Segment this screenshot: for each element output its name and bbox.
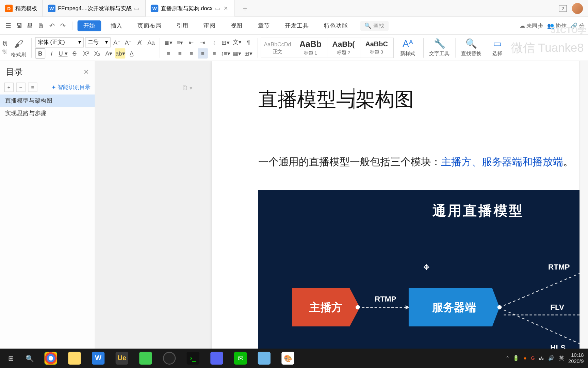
toc-list-icon[interactable]: ≡ — [28, 83, 37, 92]
style-h1[interactable]: AaBb标题 1 — [294, 38, 327, 57]
tab-docer[interactable]: D 稻壳模板 — [0, 0, 43, 17]
style-gallery[interactable]: AaBbCcDd正文 AaBb标题 1 AaBb(标题 2 AaBbC标题 3 — [261, 37, 394, 58]
align-right-button[interactable]: ≡ — [186, 48, 196, 58]
system-tray[interactable]: ^ 🔋 ● G 🖧 🔊 英 10:182020/9 — [506, 352, 586, 364]
style-body[interactable]: AaBbCcDd正文 — [261, 38, 294, 57]
tabs-button[interactable]: ⊞▾ — [220, 37, 231, 47]
numbering-button[interactable]: ≡▾ — [175, 37, 185, 47]
taskbar-paint[interactable]: 🎨 — [277, 350, 299, 367]
font-select[interactable]: 宋体 (正文)▾ — [35, 37, 84, 47]
tray-volume-icon[interactable]: 🔊 — [548, 355, 555, 361]
tray-clock[interactable]: 10:182020/9 — [568, 352, 584, 364]
taskbar-ultraedit[interactable]: Ue — [111, 350, 133, 367]
tab-dev[interactable]: 开发工具 — [279, 20, 315, 31]
outdent-button[interactable]: ⇤ — [186, 37, 196, 47]
taskbar-search-icon[interactable]: 🔍 — [21, 354, 38, 362]
close-icon[interactable]: ✕ — [224, 5, 229, 12]
tab-active-doc[interactable]: W 直播原理与架构.docx ▭ ✕ — [146, 0, 235, 17]
diagram-image[interactable]: 通用直播模型 ✥ 主播方 RTMP 服务器端 RTMP FLV HLS 播放端 — [258, 190, 588, 368]
close-icon[interactable]: ✕ — [83, 68, 89, 76]
borders-button[interactable]: ⊞▾ — [243, 48, 254, 58]
tab-layout[interactable]: 页面布局 — [132, 20, 167, 31]
taskbar-wechat[interactable]: ✉ — [229, 350, 251, 367]
taskbar-wps[interactable]: W — [87, 350, 109, 367]
superscript-button[interactable]: X² — [81, 48, 91, 58]
menu-icon[interactable]: ☰ — [3, 21, 13, 30]
text-dir-button[interactable]: 文▾ — [232, 37, 242, 47]
sort-button[interactable]: ↕ — [209, 37, 219, 47]
taskbar-terminal[interactable]: ›_ — [182, 350, 204, 367]
underline-button[interactable]: U ▾ — [58, 48, 68, 58]
taskbar-qt[interactable] — [135, 350, 157, 367]
avatar[interactable] — [572, 3, 583, 14]
highlight-button[interactable]: ab▾ — [115, 48, 125, 58]
search-input[interactable]: 🔍 查找 — [360, 20, 389, 31]
change-case-icon[interactable]: Aa — [146, 37, 156, 47]
line-spacing-button[interactable]: ↕≡▾ — [220, 48, 231, 58]
tab-chapter[interactable]: 章节 — [252, 20, 276, 31]
align-justify-button[interactable]: ≡ — [198, 48, 208, 58]
align-center-button[interactable]: ≡ — [175, 48, 185, 58]
tray-network-icon[interactable]: 🖧 — [539, 355, 544, 361]
bullets-button[interactable]: ≣▾ — [163, 37, 174, 47]
document-canvas[interactable]: 🖹 ▾ 直播模型与架构图 一个通用的直播模型一般包括三个模块：主播方、服务器端和… — [95, 61, 588, 368]
tray-ime[interactable]: 英 — [559, 355, 564, 362]
shading-button[interactable]: ▦▾ — [232, 48, 242, 58]
tab-start[interactable]: 开始 — [78, 20, 101, 31]
format-painter[interactable]: 🖌 格式刷 — [9, 35, 28, 61]
new-style-button[interactable]: Aᴬ新样式 — [395, 37, 420, 58]
toc-item[interactable]: 实现思路与步骤 — [0, 107, 95, 120]
right-rail[interactable] — [579, 61, 588, 368]
doc-heading-1[interactable]: 直播模型与架构图 — [258, 87, 588, 113]
italic-button[interactable]: I — [47, 48, 57, 58]
taskbar-app[interactable] — [206, 350, 228, 367]
taskbar-notes[interactable] — [253, 350, 275, 367]
subscript-button[interactable]: X₂ — [92, 48, 102, 58]
clear-format-icon[interactable]: A̸ — [135, 37, 145, 47]
tab-insert[interactable]: 插入 — [104, 20, 128, 31]
tray-battery-icon[interactable]: 🔋 — [513, 355, 519, 361]
tab-window-icon[interactable]: ▭ — [134, 5, 140, 12]
distribute-button[interactable]: ≡ — [209, 48, 219, 58]
taskbar-obs[interactable] — [158, 350, 180, 367]
tab-view[interactable]: 视图 — [225, 20, 249, 31]
show-marks-button[interactable]: ¶ — [243, 37, 254, 47]
undo-icon[interactable]: ↶ — [47, 21, 56, 30]
style-h3[interactable]: AaBbC标题 3 — [360, 38, 393, 57]
start-button[interactable]: ⊞ — [2, 354, 19, 362]
tab-ffmpeg[interactable]: W FFmpeg4....次开发详解与实战 ▭ — [43, 0, 146, 17]
tray-app-icon[interactable]: ● — [524, 355, 527, 361]
preview-icon[interactable]: 🗎 — [36, 21, 46, 30]
shrink-font-icon[interactable]: A⁻ — [123, 37, 133, 47]
paragraph[interactable]: 一个通用的直播模型一般包括三个模块：主播方、服务器端和播放端。 — [258, 155, 588, 169]
style-h2[interactable]: AaBb(标题 2 — [327, 38, 360, 57]
copy-button[interactable]: 制 — [2, 48, 7, 55]
tray-g-icon[interactable]: G — [531, 355, 535, 361]
tab-review[interactable]: 审阅 — [198, 20, 222, 31]
text-tool-button[interactable]: 🔧文字工具 — [427, 37, 452, 58]
select-button[interactable]: ▭选择 — [485, 37, 510, 58]
toc-item[interactable]: 直播模型与架构图 — [0, 94, 95, 107]
strike-button[interactable]: S — [69, 48, 80, 58]
sync-button[interactable]: ☁ 未同步 — [520, 22, 543, 29]
new-tab-button[interactable]: ＋ — [235, 3, 256, 13]
indent-button[interactable]: ⇥ — [198, 37, 208, 47]
tab-window-icon[interactable]: ▭ — [215, 5, 221, 12]
align-left-button[interactable]: ≡ — [163, 48, 174, 58]
tray-up-icon[interactable]: ^ — [506, 355, 509, 361]
redo-icon[interactable]: ↷ — [59, 21, 68, 30]
tab-special[interactable]: 特色功能 — [318, 20, 354, 31]
window-badge[interactable]: 2 — [559, 5, 567, 12]
grow-font-icon[interactable]: A⁺ — [112, 37, 122, 47]
font-color-button[interactable]: A▾ — [104, 48, 114, 58]
toc-collapse-icon[interactable]: − — [16, 83, 25, 92]
find-replace-button[interactable]: 🔍查找替换 — [459, 37, 484, 58]
taskbar-chrome[interactable] — [40, 350, 62, 367]
char-border-button[interactable]: A̲ — [127, 48, 137, 58]
save-icon[interactable]: 🖫 — [14, 21, 23, 30]
smart-toc-button[interactable]: ✦ 智能识别目录 — [51, 83, 91, 91]
tab-ref[interactable]: 引用 — [170, 20, 194, 31]
bold-button[interactable]: B — [35, 48, 45, 58]
taskbar-explorer[interactable] — [64, 350, 86, 367]
size-select[interactable]: 二号▾ — [85, 37, 111, 47]
